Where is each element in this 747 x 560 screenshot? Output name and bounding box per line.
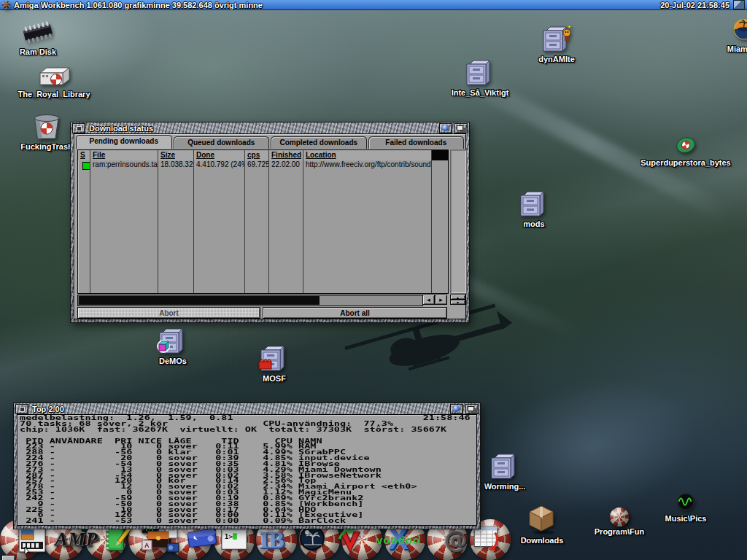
column-header[interactable]: Location: [303, 150, 431, 160]
desktop-icon-worming[interactable]: Worming...: [474, 452, 535, 491]
filler-header: [432, 150, 448, 160]
depth-gadget[interactable]: [454, 123, 468, 133]
dynamite-icon: [541, 25, 573, 54]
icon-label: MOSF: [263, 374, 286, 383]
fucking-trash-icon: [30, 111, 63, 141]
icon-label: FuckingTrash: [20, 142, 73, 151]
vertical-scroll-buttons: ▴ ▾: [450, 295, 465, 305]
desktop-icon-the-royal-library[interactable]: The_Royal_Library: [9, 64, 99, 98]
zoom-gadget[interactable]: [439, 123, 452, 133]
column-file: Fileram:perrinsounds.tar.gz: [90, 150, 158, 293]
download-window-titlebar[interactable]: Download status: [71, 122, 469, 133]
column-header[interactable]: Done: [194, 150, 244, 160]
desktop-icon-ram-disk[interactable]: Ram Disk: [3, 19, 73, 56]
desktop-icon-program-fun[interactable]: Program\Fun: [584, 508, 655, 536]
scroll-down-button[interactable]: ▾: [450, 300, 465, 305]
svg-text:1>: 1>: [225, 532, 233, 540]
column-header[interactable]: Finished: [269, 150, 303, 160]
column-done: Done4.410.792 (24%): [194, 150, 245, 293]
desktop-icon-superduperstora-bytes[interactable]: Superduperstora_bytes: [626, 133, 746, 167]
download-window-content: Pending downloadsQueued downloadsComplet…: [74, 133, 466, 319]
worming-icon: [489, 452, 521, 481]
column-header[interactable]: File: [90, 150, 158, 160]
tab-queued-downloads[interactable]: Queued downloads: [174, 136, 270, 149]
desktop-icon-music-pics[interactable]: Music\Pics: [652, 491, 719, 523]
table-cell[interactable]: 18.038.326: [158, 160, 193, 170]
column-filler: [432, 150, 448, 293]
ibrowse-logo[interactable]: IB: [260, 526, 285, 553]
table-cell[interactable]: http://www.freeciv.org/ftp/contrib/sound…: [303, 160, 431, 170]
screen-depth-gadget[interactable]: [733, 0, 745, 9]
tab-pending-downloads[interactable]: Pending downloads: [76, 135, 172, 149]
depth-gadget[interactable]: [465, 404, 479, 414]
desktop-icon-inte-sa-viktigt[interactable]: Inte_Så_Viktigt: [444, 58, 516, 97]
boing-ball-icon: [2, 1, 10, 9]
demos-icon: [157, 327, 189, 356]
svg-text:A: A: [144, 542, 150, 549]
superduperstora-bytes-icon: [673, 133, 699, 158]
column-size: Size18.038.326: [158, 150, 194, 293]
column-cps: cps69.725: [245, 150, 269, 293]
column-header[interactable]: cps: [245, 150, 268, 160]
tab-completed-downloads[interactable]: Completed downloads: [271, 136, 367, 149]
desktop-icon-demos[interactable]: DeMOs: [146, 327, 200, 365]
table-cell[interactable]: [78, 162, 90, 171]
miamidx-icon: [731, 18, 747, 44]
desktop-icon-mods[interactable]: mods: [512, 190, 556, 228]
vertical-scrollbar[interactable]: [450, 149, 467, 294]
scrollbar-knob[interactable]: [79, 296, 320, 305]
icon-label: dynAMIte: [538, 55, 575, 63]
close-gadget[interactable]: [15, 404, 28, 414]
abort-all-button[interactable]: Abort all: [263, 307, 447, 319]
icon-label: Program\Fun: [595, 527, 644, 536]
desktop-icon-downloads[interactable]: Downloads: [509, 503, 575, 545]
desktop-icon-mosf[interactable]: MOSF: [251, 344, 298, 383]
icon-label: mods: [523, 219, 544, 228]
desktop: Ram Disk The_Royal_Library FuckingTrash …: [0, 10, 747, 560]
mosf-icon: [258, 344, 290, 373]
table-cell[interactable]: 69.725: [245, 160, 268, 170]
screen-titlebar[interactable]: Amiga Workbench 1.061.080 grafikminne 39…: [0, 0, 747, 10]
dock-collapse-button[interactable]: ∨: [1, 555, 15, 560]
column-finished: Finished22.02.00: [269, 150, 303, 293]
downloads-icon: [525, 503, 559, 535]
column-location: Locationhttp://www.freeciv.org/ftp/contr…: [303, 150, 432, 293]
table-cell[interactable]: ram:perrinsounds.tar.gz: [90, 160, 158, 170]
icon-label: DeMOs: [159, 357, 187, 365]
program-fun-icon: [610, 508, 629, 526]
amp-text: AMP: [55, 529, 98, 550]
abort-button[interactable]: Abort: [77, 307, 260, 319]
email-icon[interactable]: @: [444, 526, 468, 553]
ram-disk-icon: [18, 19, 58, 47]
desktop-icon-miamidx[interactable]: MiamiDX: [716, 18, 747, 53]
top-window-titlebar[interactable]: Top 2.00: [14, 403, 480, 414]
desktop-icon-dynamite[interactable]: dynAMIte: [530, 25, 584, 63]
workbench-screen: Amiga Workbench 1.061.080 grafikminne 39…: [0, 0, 747, 560]
icon-label: Downloads: [521, 536, 564, 545]
icon-label: Superduperstora_bytes: [640, 158, 730, 167]
tab-failed-downloads[interactable]: Failed downloads: [368, 136, 465, 149]
icon-label: The_Royal_Library: [18, 90, 90, 98]
table-cell[interactable]: 22.02.00: [269, 160, 303, 170]
top-window-title: Top 2.00: [32, 405, 64, 413]
top-window: Top 2.00 medelbelastning: 1.26, 1.59, 0.…: [13, 402, 481, 529]
column-header[interactable]: Size: [158, 150, 193, 160]
scroll-left-button[interactable]: ◂: [422, 295, 435, 305]
top-window-content: medelbelastning: 1.26, 1.59, 0.81 21:58:…: [17, 414, 477, 526]
icon-label: Music\Pics: [665, 514, 707, 523]
close-gadget[interactable]: [72, 123, 85, 133]
column-header[interactable]: S: [78, 150, 90, 160]
download-list: SFileram:perrinsounds.tar.gzSize18.038.3…: [77, 149, 449, 294]
icon-label: MiamiDX: [727, 44, 747, 53]
zoom-gadget[interactable]: [450, 404, 463, 414]
screen-clock: 20-Jul-02 21:58:45: [660, 1, 729, 9]
scroll-up-button[interactable]: ▴: [450, 295, 465, 300]
scroll-right-button[interactable]: ▸: [435, 295, 447, 305]
status-indicator: [82, 162, 90, 170]
at-glyph: @: [444, 526, 468, 553]
table-cell[interactable]: 4.410.792 (24%): [194, 160, 244, 170]
horizontal-scrollbar[interactable]: [77, 295, 423, 306]
column-s: S: [78, 150, 90, 293]
inte-sa-viktigt-icon: [464, 58, 496, 88]
amp-logo[interactable]: AMP: [55, 529, 98, 551]
